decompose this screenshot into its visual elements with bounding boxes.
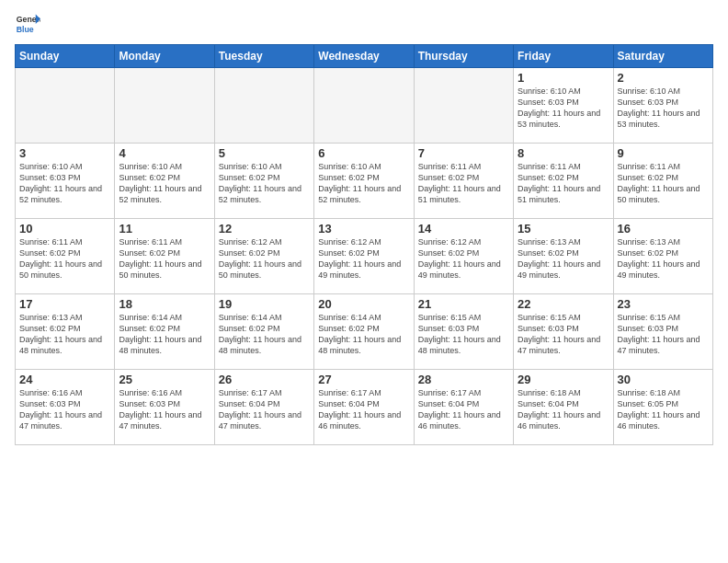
calendar-cell: 25Sunrise: 6:16 AMSunset: 6:03 PMDayligh… xyxy=(115,370,214,445)
day-info: Sunrise: 6:16 AMSunset: 6:03 PMDaylight:… xyxy=(19,387,110,432)
day-number: 9 xyxy=(618,146,709,160)
calendar-cell xyxy=(115,68,214,144)
calendar-cell: 11Sunrise: 6:11 AMSunset: 6:02 PMDayligh… xyxy=(115,219,214,294)
day-info: Sunrise: 6:14 AMSunset: 6:02 PMDaylight:… xyxy=(119,312,210,357)
day-number: 28 xyxy=(418,373,509,386)
day-info: Sunrise: 6:12 AMSunset: 6:02 PMDaylight:… xyxy=(318,236,409,282)
day-info: Sunrise: 6:11 AMSunset: 6:02 PMDaylight:… xyxy=(19,236,110,282)
weekday-header-thursday: Thursday xyxy=(414,45,513,68)
day-info: Sunrise: 6:18 AMSunset: 6:05 PMDaylight:… xyxy=(618,387,709,432)
day-info: Sunrise: 6:10 AMSunset: 6:03 PMDaylight:… xyxy=(518,86,609,131)
calendar-cell: 7Sunrise: 6:11 AMSunset: 6:02 PMDaylight… xyxy=(414,144,513,219)
calendar-cell: 5Sunrise: 6:10 AMSunset: 6:02 PMDaylight… xyxy=(214,144,313,219)
day-number: 18 xyxy=(119,297,210,311)
day-info: Sunrise: 6:18 AMSunset: 6:04 PMDaylight:… xyxy=(518,387,609,432)
day-info: Sunrise: 6:14 AMSunset: 6:02 PMDaylight:… xyxy=(219,312,310,357)
day-number: 27 xyxy=(318,373,409,386)
week-row-4: 17Sunrise: 6:13 AMSunset: 6:02 PMDayligh… xyxy=(16,294,713,370)
week-row-3: 10Sunrise: 6:11 AMSunset: 6:02 PMDayligh… xyxy=(16,219,713,294)
calendar-cell: 29Sunrise: 6:18 AMSunset: 6:04 PMDayligh… xyxy=(514,370,613,445)
day-number: 22 xyxy=(518,297,609,311)
day-number: 7 xyxy=(418,146,509,160)
day-info: Sunrise: 6:15 AMSunset: 6:03 PMDaylight:… xyxy=(618,312,709,357)
day-info: Sunrise: 6:15 AMSunset: 6:03 PMDaylight:… xyxy=(518,312,609,357)
day-number: 11 xyxy=(119,222,210,236)
logo: General Blue xyxy=(15,11,40,37)
day-info: Sunrise: 6:16 AMSunset: 6:03 PMDaylight:… xyxy=(119,387,210,432)
calendar-cell: 28Sunrise: 6:17 AMSunset: 6:04 PMDayligh… xyxy=(414,370,513,445)
weekday-header-monday: Monday xyxy=(115,45,214,68)
calendar-cell: 13Sunrise: 6:12 AMSunset: 6:02 PMDayligh… xyxy=(314,219,414,294)
calendar-cell: 6Sunrise: 6:10 AMSunset: 6:02 PMDaylight… xyxy=(314,144,414,219)
calendar-table: SundayMondayTuesdayWednesdayThursdayFrid… xyxy=(15,44,713,445)
day-number: 17 xyxy=(19,297,110,311)
weekday-header-sunday: Sunday xyxy=(16,45,115,68)
calendar-cell: 4Sunrise: 6:10 AMSunset: 6:02 PMDaylight… xyxy=(115,144,214,219)
day-number: 23 xyxy=(618,297,709,311)
day-number: 16 xyxy=(618,222,709,236)
day-info: Sunrise: 6:12 AMSunset: 6:02 PMDaylight:… xyxy=(418,236,509,282)
calendar-cell: 1Sunrise: 6:10 AMSunset: 6:03 PMDaylight… xyxy=(514,68,613,144)
weekday-header-tuesday: Tuesday xyxy=(214,45,313,68)
calendar-cell: 19Sunrise: 6:14 AMSunset: 6:02 PMDayligh… xyxy=(214,294,313,370)
day-number: 5 xyxy=(219,146,310,160)
day-info: Sunrise: 6:17 AMSunset: 6:04 PMDaylight:… xyxy=(318,387,409,432)
week-row-1: 1Sunrise: 6:10 AMSunset: 6:03 PMDaylight… xyxy=(16,68,713,144)
calendar-cell: 9Sunrise: 6:11 AMSunset: 6:02 PMDaylight… xyxy=(613,144,712,219)
calendar-cell: 22Sunrise: 6:15 AMSunset: 6:03 PMDayligh… xyxy=(514,294,613,370)
day-number: 15 xyxy=(518,222,609,236)
day-number: 25 xyxy=(119,373,210,386)
calendar-cell: 30Sunrise: 6:18 AMSunset: 6:05 PMDayligh… xyxy=(613,370,712,445)
day-number: 3 xyxy=(19,146,110,160)
calendar-cell xyxy=(16,68,115,144)
weekday-header-wednesday: Wednesday xyxy=(314,45,414,68)
day-number: 20 xyxy=(318,297,409,311)
day-number: 26 xyxy=(219,373,310,386)
day-number: 24 xyxy=(19,373,110,386)
calendar-cell: 26Sunrise: 6:17 AMSunset: 6:04 PMDayligh… xyxy=(214,370,313,445)
day-info: Sunrise: 6:10 AMSunset: 6:02 PMDaylight:… xyxy=(318,161,409,206)
calendar-cell xyxy=(314,68,414,144)
header: General Blue xyxy=(15,11,713,37)
calendar-cell: 14Sunrise: 6:12 AMSunset: 6:02 PMDayligh… xyxy=(414,219,513,294)
day-info: Sunrise: 6:10 AMSunset: 6:02 PMDaylight:… xyxy=(119,161,210,206)
day-number: 13 xyxy=(318,222,409,236)
calendar-cell: 18Sunrise: 6:14 AMSunset: 6:02 PMDayligh… xyxy=(115,294,214,370)
day-info: Sunrise: 6:15 AMSunset: 6:03 PMDaylight:… xyxy=(418,312,509,357)
day-number: 19 xyxy=(219,297,310,311)
day-info: Sunrise: 6:10 AMSunset: 6:03 PMDaylight:… xyxy=(618,86,709,131)
day-number: 1 xyxy=(518,71,609,85)
day-number: 21 xyxy=(418,297,509,311)
calendar-cell: 15Sunrise: 6:13 AMSunset: 6:02 PMDayligh… xyxy=(514,219,613,294)
calendar-cell: 16Sunrise: 6:13 AMSunset: 6:02 PMDayligh… xyxy=(613,219,712,294)
day-info: Sunrise: 6:13 AMSunset: 6:02 PMDaylight:… xyxy=(618,236,709,282)
day-number: 12 xyxy=(219,222,310,236)
day-info: Sunrise: 6:11 AMSunset: 6:02 PMDaylight:… xyxy=(618,161,709,206)
day-number: 2 xyxy=(618,71,709,85)
day-number: 4 xyxy=(119,146,210,160)
calendar-cell xyxy=(214,68,313,144)
calendar-cell xyxy=(414,68,513,144)
day-info: Sunrise: 6:17 AMSunset: 6:04 PMDaylight:… xyxy=(219,387,310,432)
calendar-cell: 24Sunrise: 6:16 AMSunset: 6:03 PMDayligh… xyxy=(16,370,115,445)
day-info: Sunrise: 6:12 AMSunset: 6:02 PMDaylight:… xyxy=(219,236,310,282)
calendar-cell: 12Sunrise: 6:12 AMSunset: 6:02 PMDayligh… xyxy=(214,219,313,294)
weekday-header-row: SundayMondayTuesdayWednesdayThursdayFrid… xyxy=(16,45,713,68)
day-info: Sunrise: 6:13 AMSunset: 6:02 PMDaylight:… xyxy=(518,236,609,282)
calendar-cell: 2Sunrise: 6:10 AMSunset: 6:03 PMDaylight… xyxy=(613,68,712,144)
day-info: Sunrise: 6:17 AMSunset: 6:04 PMDaylight:… xyxy=(418,387,509,432)
day-info: Sunrise: 6:11 AMSunset: 6:02 PMDaylight:… xyxy=(518,161,609,206)
calendar-cell: 20Sunrise: 6:14 AMSunset: 6:02 PMDayligh… xyxy=(314,294,414,370)
day-info: Sunrise: 6:10 AMSunset: 6:02 PMDaylight:… xyxy=(219,161,310,206)
calendar-cell: 3Sunrise: 6:10 AMSunset: 6:03 PMDaylight… xyxy=(16,144,115,219)
svg-text:Blue: Blue xyxy=(17,25,34,34)
calendar-cell: 21Sunrise: 6:15 AMSunset: 6:03 PMDayligh… xyxy=(414,294,513,370)
day-number: 8 xyxy=(518,146,609,160)
day-number: 14 xyxy=(418,222,509,236)
weekday-header-friday: Friday xyxy=(514,45,613,68)
calendar-cell: 23Sunrise: 6:15 AMSunset: 6:03 PMDayligh… xyxy=(613,294,712,370)
weekday-header-saturday: Saturday xyxy=(613,45,712,68)
day-info: Sunrise: 6:14 AMSunset: 6:02 PMDaylight:… xyxy=(318,312,409,357)
day-number: 6 xyxy=(318,146,409,160)
calendar-page: General Blue SundayMondayTuesdayWednesda… xyxy=(0,0,728,563)
